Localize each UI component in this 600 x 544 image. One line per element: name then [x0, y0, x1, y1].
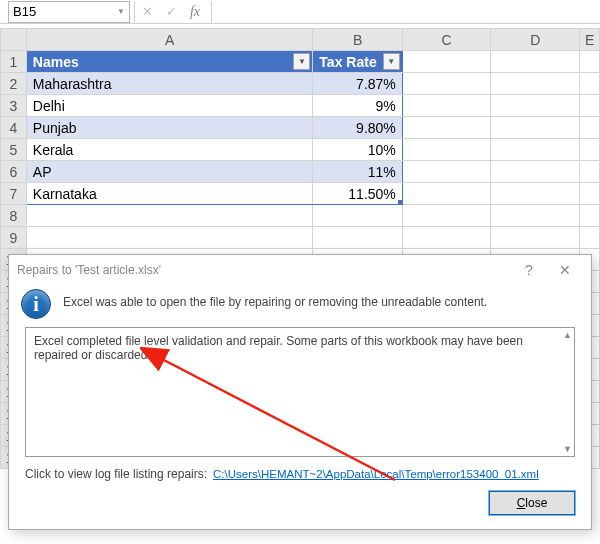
- table-cell[interactable]: Delhi: [26, 95, 312, 117]
- formula-input[interactable]: [212, 1, 600, 23]
- close-icon[interactable]: ✕: [547, 262, 583, 278]
- table-cell[interactable]: 9.80%: [313, 117, 402, 139]
- column-header-a[interactable]: A: [26, 29, 312, 51]
- confirm-formula-button: ✓: [159, 1, 183, 23]
- scroll-up-icon[interactable]: ▲: [563, 330, 572, 340]
- table-header-label: Names: [33, 54, 79, 70]
- column-header-b[interactable]: B: [313, 29, 402, 51]
- table-cell[interactable]: Kerala: [26, 139, 312, 161]
- table-cell[interactable]: 7.87%: [313, 73, 402, 95]
- table-cell[interactable]: 11%: [313, 161, 402, 183]
- table-cell[interactable]: Maharashtra: [26, 73, 312, 95]
- repairs-dialog: Repairs to 'Test article.xlsx' ? ✕ i Exc…: [8, 254, 592, 530]
- table-cell[interactable]: Punjab: [26, 117, 312, 139]
- row-header[interactable]: 8: [1, 205, 27, 227]
- scroll-down-icon[interactable]: ▼: [563, 444, 572, 454]
- row-header[interactable]: 2: [1, 73, 27, 95]
- filter-dropdown-icon[interactable]: ▼: [293, 53, 310, 70]
- row-header[interactable]: 4: [1, 117, 27, 139]
- table-header-label: Tax Rate: [319, 54, 376, 70]
- name-box-value: B15: [13, 4, 36, 19]
- name-box[interactable]: B15 ▼: [8, 1, 130, 23]
- table-resize-handle-icon[interactable]: [398, 200, 403, 205]
- row-header[interactable]: 1: [1, 51, 27, 73]
- log-label: Click to view log file listing repairs:: [25, 467, 207, 481]
- row-header[interactable]: 9: [1, 227, 27, 249]
- log-file-link[interactable]: C:\Users\HEMANT~2\AppData\Local\Temp\err…: [213, 468, 539, 480]
- table-header-names[interactable]: Names ▼: [26, 51, 312, 73]
- row-header[interactable]: 3: [1, 95, 27, 117]
- table-cell[interactable]: AP: [26, 161, 312, 183]
- table-cell[interactable]: 9%: [313, 95, 402, 117]
- insert-function-button[interactable]: fx: [183, 1, 207, 23]
- dialog-message: Excel was able to open the file by repai…: [63, 289, 487, 309]
- row-header[interactable]: 6: [1, 161, 27, 183]
- column-header-d[interactable]: D: [491, 29, 580, 51]
- info-icon: i: [21, 289, 51, 319]
- dialog-titlebar[interactable]: Repairs to 'Test article.xlsx' ? ✕: [9, 255, 591, 285]
- column-header-e[interactable]: E: [580, 29, 600, 51]
- close-button[interactable]: Close: [489, 491, 575, 515]
- cancel-formula-button: ✕: [135, 1, 159, 23]
- formula-bar: B15 ▼ ✕ ✓ fx: [0, 0, 600, 24]
- row-header[interactable]: 5: [1, 139, 27, 161]
- select-all-corner[interactable]: [1, 29, 27, 51]
- table-header-rate[interactable]: Tax Rate ▼: [313, 51, 402, 73]
- chevron-down-icon[interactable]: ▼: [117, 7, 125, 16]
- table-cell[interactable]: 11.50%: [313, 183, 402, 205]
- filter-dropdown-icon[interactable]: ▼: [383, 53, 400, 70]
- table-cell[interactable]: Karnataka: [26, 183, 312, 205]
- cell-value: 11.50%: [348, 186, 395, 202]
- table-cell[interactable]: 10%: [313, 139, 402, 161]
- row-header[interactable]: 7: [1, 183, 27, 205]
- dialog-title: Repairs to 'Test article.xlsx': [17, 263, 161, 277]
- help-button[interactable]: ?: [511, 262, 547, 278]
- dialog-body-text: Excel completed file level validation an…: [34, 334, 523, 362]
- column-header-c[interactable]: C: [402, 29, 491, 51]
- close-button-rest: lose: [525, 496, 547, 510]
- dialog-details[interactable]: Excel completed file level validation an…: [25, 327, 575, 457]
